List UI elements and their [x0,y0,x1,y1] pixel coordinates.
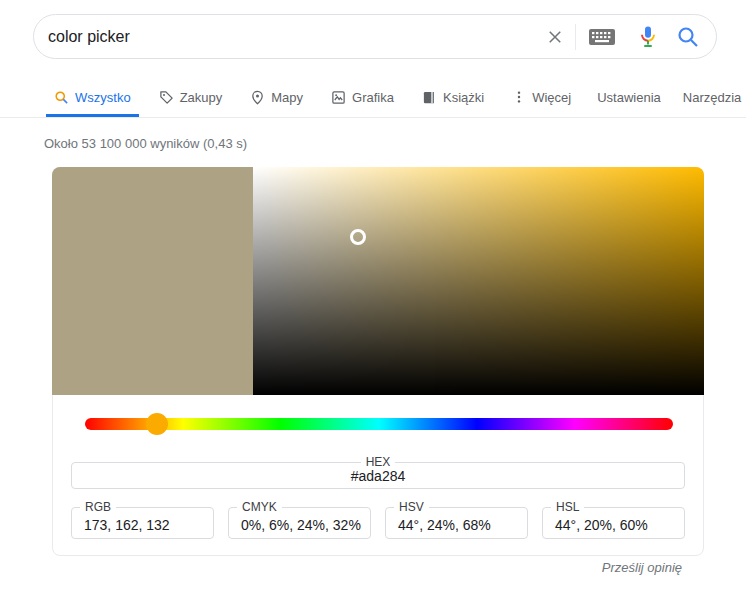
hex-label: HEX [361,456,396,468]
hsv-value-input[interactable]: 44°, 24%, 68% [386,513,527,533]
microphone-icon[interactable] [628,25,668,49]
color-values-row: RGB 173, 162, 132 CMYK 0%, 6%, 24%, 32% … [71,501,685,539]
hsl-label: HSL [551,501,584,513]
hex-field: HEX #ada284 [71,456,685,489]
map-pin-icon [250,90,265,105]
color-picker-widget: HEX #ada284 RGB 173, 162, 132 CMYK 0%, 6… [52,167,704,556]
search-tabs: Wszystko Zakupy Mapy Grafika Książki [0,80,746,118]
clear-x-icon[interactable] [535,28,575,46]
tab-label: Mapy [271,90,303,105]
tab-wiecej[interactable]: Więcej [504,80,579,117]
saturation-value-map[interactable] [52,167,704,395]
search-bar: color picker [33,14,717,59]
tab-label: Zakupy [180,90,223,105]
cmyk-label: CMYK [237,501,282,513]
tab-grafika[interactable]: Grafika [323,80,402,117]
send-feedback-link[interactable]: Prześlij opinię [602,560,682,575]
tab-label: Wszystko [75,90,131,105]
tab-label: Ustawienia [597,90,661,105]
selected-color-swatch [52,167,253,395]
rgb-value-input[interactable]: 173, 162, 132 [72,513,213,533]
sv-gradient[interactable] [253,167,704,395]
search-results-page: color picker [0,0,746,599]
hsv-label: HSV [394,501,429,513]
search-icon[interactable] [668,25,716,49]
hue-slider[interactable] [85,418,673,430]
image-icon [331,90,346,105]
tab-ustawienia[interactable]: Ustawienia [591,80,667,117]
hsv-field: HSV 44°, 24%, 68% [385,501,528,539]
tab-label: Więcej [532,90,571,105]
tab-label: Grafika [352,90,394,105]
hsl-value-input[interactable]: 44°, 20%, 60% [543,513,684,533]
tab-ksiazki[interactable]: Książki [414,80,492,117]
tab-label: Książki [443,90,484,105]
tab-label: Narzędzia [683,90,742,105]
tab-wszystko[interactable]: Wszystko [46,80,139,117]
rgb-label: RGB [80,501,116,513]
color-cursor[interactable] [350,229,366,245]
hex-value-input[interactable]: #ada284 [72,468,684,484]
cmyk-field: CMYK 0%, 6%, 24%, 32% [228,501,371,539]
tab-mapy[interactable]: Mapy [242,80,311,117]
book-icon [422,90,437,105]
tab-narzedzia[interactable]: Narzędzia [677,80,746,117]
hue-slider-handle[interactable] [146,413,168,435]
result-stats: Około 53 100 000 wyników (0,43 s) [44,136,247,151]
hsl-field: HSL 44°, 20%, 60% [542,501,685,539]
tab-zakupy[interactable]: Zakupy [151,80,231,117]
more-dots-icon [512,90,526,104]
cmyk-value-input[interactable]: 0%, 6%, 24%, 32% [229,513,370,533]
rgb-field: RGB 173, 162, 132 [71,501,214,539]
shopping-tag-icon [159,90,174,105]
search-tab-icon [54,90,69,105]
keyboard-icon[interactable] [576,28,628,46]
search-input[interactable]: color picker [34,28,535,46]
